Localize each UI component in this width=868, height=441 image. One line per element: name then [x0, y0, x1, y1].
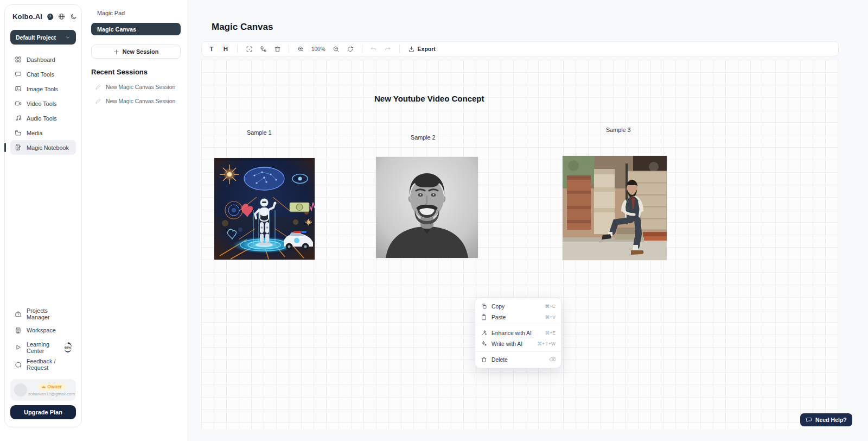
upgrade-plan-button[interactable]: Upgrade Plan	[10, 405, 76, 419]
sample-image-3[interactable]	[563, 156, 667, 260]
chevron-down-icon	[65, 35, 71, 40]
need-help-button[interactable]: Need Help?	[800, 413, 852, 426]
trash-icon	[274, 46, 281, 53]
redo-icon	[384, 46, 391, 53]
sidebar-item-media[interactable]: Media	[10, 125, 76, 140]
sample-1-label[interactable]: Sample 1	[247, 129, 272, 136]
session-item-label: New Magic Canvas Session	[106, 84, 175, 90]
session-list-item[interactable]: New Magic Canvas Session	[91, 84, 181, 90]
sidebar-item-dashboard[interactable]: Dashboard	[10, 52, 76, 67]
sidebar-item-magic-notebook[interactable]: Magic Notebook	[10, 140, 76, 155]
magic-wand-icon	[481, 330, 487, 336]
sidebar-item-learning-center[interactable]: Learning Center 66%	[10, 338, 76, 356]
undo-button[interactable]	[367, 43, 380, 55]
context-menu-item-paste[interactable]: Paste ⌘+V	[475, 312, 561, 323]
notebook-pen-icon	[15, 144, 22, 151]
undo-icon	[370, 46, 377, 53]
sidebar-spacer	[10, 155, 76, 298]
download-icon	[408, 46, 415, 53]
context-menu-label: Paste	[492, 314, 506, 320]
sessions-panel: Magic Pad Magic Canvas New Session Recen…	[84, 0, 188, 441]
shortcut-hint: ⌘+V	[545, 314, 556, 320]
context-menu-item-delete[interactable]: Delete ⌫	[475, 354, 561, 365]
canvas-toolbar: T H 100% Export	[201, 41, 839, 56]
sidebar-item-label: Image Tools	[27, 86, 58, 92]
language-globe-icon[interactable]	[58, 13, 65, 20]
rotate-reset-icon	[347, 46, 354, 53]
feedback-bubble-icon	[15, 361, 22, 368]
plus-icon	[113, 49, 119, 55]
sidebar-item-label: Magic Notebook	[27, 144, 69, 151]
new-session-button[interactable]: New Session	[91, 45, 181, 59]
context-menu-item-write-with-ai[interactable]: Write with AI ⌘+⇧+W	[475, 338, 561, 349]
connector-tool-button[interactable]	[257, 43, 270, 55]
sidebar-item-label: Learning Center	[27, 341, 58, 354]
page-title: Magic Canvas	[212, 22, 273, 33]
toolbar-divider	[237, 45, 238, 53]
text-tool-button[interactable]: T	[205, 43, 218, 55]
user-email: zoharvan12@gmail.com	[28, 392, 75, 396]
video-camera-icon	[15, 100, 22, 107]
context-menu-item-enhance-with-ai[interactable]: Enhance with AI ⌘+E	[475, 327, 561, 338]
sidebar-item-label: Audio Tools	[27, 115, 57, 122]
sidebar-item-workspace[interactable]: Workspace	[10, 322, 76, 338]
canvas-heading-text[interactable]: New Youtube Video Concept	[374, 94, 484, 103]
sidebar-bottom-nav: Projects Manager Workspace Learning Cent…	[10, 306, 76, 373]
context-menu: Copy ⌘+C Paste ⌘+V Enhance with AI ⌘+E W…	[475, 298, 561, 368]
sidebar-item-image-tools[interactable]: Image Tools	[10, 81, 76, 96]
sidebar-item-label: Video Tools	[27, 100, 56, 107]
dashboard-icon	[15, 56, 22, 63]
sample-image-2[interactable]	[376, 157, 478, 258]
select-area-icon	[246, 46, 253, 53]
project-selector[interactable]: Default Project	[10, 30, 76, 45]
sidebar-item-projects-manager[interactable]: Projects Manager	[10, 306, 76, 322]
sidebar: Kolbo.AI	[4, 4, 82, 427]
delete-tool-button[interactable]	[271, 43, 284, 55]
dark-mode-moon-icon[interactable]	[70, 13, 77, 20]
sidebar-item-video-tools[interactable]: Video Tools	[10, 96, 76, 111]
play-icon	[15, 344, 22, 351]
session-list-item[interactable]: New Magic Canvas Session	[91, 98, 181, 104]
logo-row: Kolbo.AI	[10, 12, 76, 21]
sample-2-label[interactable]: Sample 2	[411, 134, 436, 141]
export-button[interactable]: Export	[405, 46, 439, 53]
sidebar-item-label: Projects Manager	[27, 307, 72, 320]
chat-bubble-icon	[15, 71, 22, 78]
zoom-out-button[interactable]	[330, 43, 343, 55]
reset-view-button[interactable]	[344, 43, 357, 55]
upgrade-plan-label: Upgrade Plan	[24, 409, 62, 415]
sample-image-1[interactable]	[214, 158, 315, 260]
help-chat-icon	[806, 417, 812, 423]
progress-percent: 66%	[64, 344, 72, 351]
context-menu-label: Enhance with AI	[492, 330, 532, 336]
panel-item-label: Magic Pad	[97, 10, 125, 16]
sidebar-item-audio-tools[interactable]: Audio Tools	[10, 111, 76, 125]
shortcut-hint: ⌘+E	[545, 330, 556, 336]
sidebar-item-label: Media	[27, 130, 42, 136]
building-icon	[15, 327, 22, 334]
toolbar-divider	[362, 45, 362, 53]
briefcase-icon	[15, 311, 22, 318]
panel-item-magic-pad[interactable]: Magic Pad	[91, 8, 181, 23]
new-session-label: New Session	[123, 48, 159, 55]
copy-icon	[481, 303, 487, 310]
sidebar-item-chat-tools[interactable]: Chat Tools	[10, 67, 76, 81]
sample-3-label[interactable]: Sample 3	[606, 127, 631, 133]
context-menu-divider	[475, 351, 561, 352]
media-folder-icon	[15, 129, 22, 136]
shortcut-hint: ⌘+C	[545, 304, 556, 309]
zoom-in-button[interactable]	[294, 43, 307, 55]
panel-item-magic-canvas[interactable]: Magic Canvas	[91, 23, 181, 35]
shortcut-hint: ⌘+⇧+W	[537, 341, 556, 346]
user-profile-card[interactable]: Owner zoharvan12@gmail.com	[10, 379, 76, 401]
heading-tool-button[interactable]: H	[219, 43, 232, 55]
trash-icon	[481, 356, 487, 363]
redo-button[interactable]	[381, 43, 394, 55]
export-label: Export	[418, 46, 436, 52]
zoom-level: 100%	[308, 46, 329, 52]
need-help-label: Need Help?	[815, 417, 847, 423]
sidebar-item-feedback-request[interactable]: Feedback / Request	[10, 356, 76, 373]
select-area-button[interactable]	[242, 43, 256, 55]
context-menu-label: Delete	[492, 357, 508, 363]
context-menu-item-copy[interactable]: Copy ⌘+C	[475, 301, 561, 312]
